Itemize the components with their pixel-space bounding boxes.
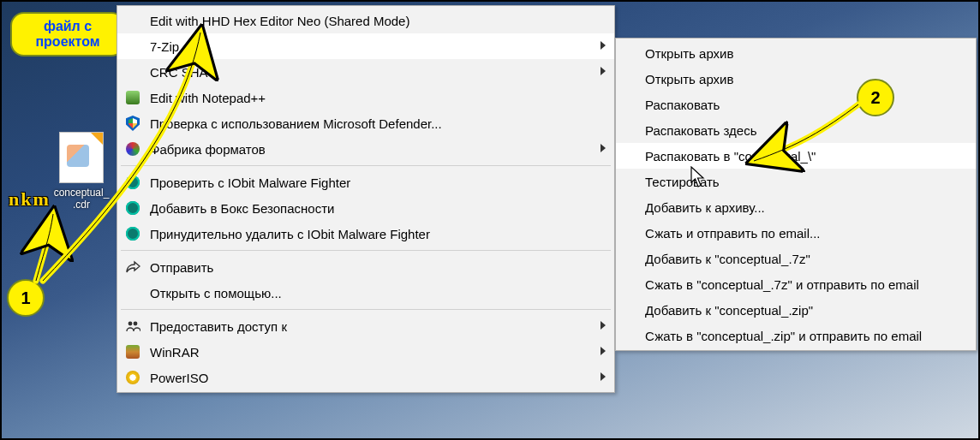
desktop-file-icon[interactable]: conceptual_ .cdr <box>51 132 111 211</box>
menu-item-9[interactable]: Принудительно удалить с IObit Malware Fi… <box>117 221 614 247</box>
winrar-icon <box>124 343 141 360</box>
step-badge-2: 2 <box>857 79 894 116</box>
menu-item-label: CRC SHA <box>150 65 208 80</box>
submenu-item-11[interactable]: Сжать в "conceptual_.zip" и отправить по… <box>616 323 976 348</box>
menu-item-1[interactable]: 7-Zip <box>117 33 614 59</box>
submenu-item-6[interactable]: Добавить к архиву... <box>616 194 976 220</box>
submenu-item-9[interactable]: Сжать в "conceptual_.7z" и отправить по … <box>616 271 976 297</box>
submenu-item-label: Сжать и отправить по email... <box>645 226 820 241</box>
iobit-icon <box>124 199 141 217</box>
submenu-item-0[interactable]: Открыть архив <box>616 40 976 66</box>
submenu-item-label: Открыть архив <box>645 72 733 86</box>
submenu-arrow-icon <box>601 347 606 355</box>
submenu-item-label: Открыть архив <box>645 46 733 61</box>
menu-item-8[interactable]: Добавить в Бокс Безопасности <box>117 195 614 221</box>
submenu-arrow-icon <box>601 67 606 75</box>
menu-item-label: Добавить в Бокс Безопасности <box>150 201 334 216</box>
submenu-item-label: Распаковать <box>645 98 720 112</box>
submenu-item-7[interactable]: Сжать и отправить по email... <box>616 220 976 246</box>
blank-icon <box>124 284 141 301</box>
submenu-item-1[interactable]: Открыть архив <box>616 66 976 92</box>
menu-item-5[interactable]: Фабрика форматов <box>117 136 614 162</box>
people-icon <box>124 318 141 335</box>
menu-item-label: Проверить с IObit Malware Fighter <box>150 175 350 190</box>
menu-item-label: Edit with HHD Hex Editor Neo (Shared Mod… <box>150 14 409 28</box>
submenu-item-label: Добавить к "conceptual_.7z" <box>645 252 810 266</box>
menu-item-label: Edit with Notepad++ <box>150 91 266 105</box>
submenu-item-5[interactable]: Тестировать <box>616 169 976 194</box>
menu-item-14[interactable]: Предоставить доступ к <box>117 313 614 339</box>
file-name-label: conceptual_ .cdr <box>51 187 111 211</box>
submenu-arrow-icon <box>601 41 606 50</box>
submenu-arrow-icon <box>601 144 606 152</box>
svg-point-2 <box>134 322 138 326</box>
menu-item-label: Отправить <box>150 260 213 275</box>
step-badge-1: 1 <box>7 279 45 317</box>
menu-item-label: WinRAR <box>150 345 200 360</box>
menu-item-label: 7-Zip <box>150 39 179 54</box>
menu-separator <box>121 165 611 166</box>
submenu-arrow-icon <box>601 321 606 330</box>
submenu-item-2[interactable]: Распаковать <box>616 92 976 117</box>
blank-icon <box>124 38 141 55</box>
watermark-text: nkm <box>9 188 51 211</box>
menu-item-label: Проверка с использованием Microsoft Defe… <box>150 116 442 131</box>
menu-item-0[interactable]: Edit with HHD Hex Editor Neo (Shared Mod… <box>117 8 614 33</box>
context-submenu-7zip: Открыть архивОткрыть архивРаспаковатьРас… <box>615 38 977 351</box>
iobit-icon <box>124 225 141 242</box>
submenu-item-label: Распаковать в "conceptual_\" <box>645 149 816 164</box>
ff-icon <box>124 140 141 158</box>
blank-icon <box>124 63 141 80</box>
menu-item-15[interactable]: WinRAR <box>117 339 614 365</box>
submenu-item-label: Тестировать <box>645 175 720 189</box>
menu-item-label: PowerISO <box>150 371 208 385</box>
menu-item-7[interactable]: Проверить с IObit Malware Fighter <box>117 169 614 195</box>
menu-item-label: Открыть с помощью... <box>150 286 282 300</box>
share-icon <box>124 259 141 276</box>
screenshot-frame: conceptual_ .cdr nkm файл с проектом Edi… <box>0 0 980 440</box>
defender-icon <box>124 115 141 132</box>
submenu-item-3[interactable]: Распаковать здесь <box>616 117 976 143</box>
submenu-item-label: Распаковать здесь <box>645 123 757 138</box>
callout-label: файл с проектом <box>10 12 125 56</box>
submenu-arrow-icon <box>601 372 606 381</box>
submenu-item-label: Сжать в "conceptual_.7z" и отправить по … <box>645 277 919 292</box>
menu-item-2[interactable]: CRC SHA <box>117 59 614 85</box>
menu-separator <box>121 309 611 310</box>
submenu-item-4[interactable]: Распаковать в "conceptual_\" <box>616 143 976 169</box>
np-icon <box>124 89 141 106</box>
context-menu: Edit with HHD Hex Editor Neo (Shared Mod… <box>117 5 615 393</box>
svg-point-1 <box>128 322 133 326</box>
menu-item-label: Фабрика форматов <box>150 142 266 157</box>
menu-item-12[interactable]: Открыть с помощью... <box>117 280 614 306</box>
submenu-item-8[interactable]: Добавить к "conceptual_.7z" <box>616 246 976 271</box>
menu-separator <box>121 250 611 251</box>
submenu-item-label: Добавить к "conceptual_.zip" <box>645 303 813 318</box>
iobit-icon <box>124 174 141 191</box>
submenu-item-label: Сжать в "conceptual_.zip" и отправить по… <box>645 329 922 343</box>
poweriso-icon <box>124 369 141 386</box>
menu-item-11[interactable]: Отправить <box>117 254 614 280</box>
menu-item-3[interactable]: Edit with Notepad++ <box>117 85 614 110</box>
file-thumbnail-icon <box>59 132 104 183</box>
menu-item-4[interactable]: Проверка с использованием Microsoft Defe… <box>117 110 614 136</box>
blank-icon <box>124 12 141 29</box>
submenu-item-label: Добавить к архиву... <box>645 200 765 215</box>
submenu-item-10[interactable]: Добавить к "conceptual_.zip" <box>616 297 976 323</box>
menu-item-16[interactable]: PowerISO <box>117 365 614 390</box>
menu-item-label: Предоставить доступ к <box>150 319 287 334</box>
menu-item-label: Принудительно удалить с IObit Malware Fi… <box>150 227 430 241</box>
